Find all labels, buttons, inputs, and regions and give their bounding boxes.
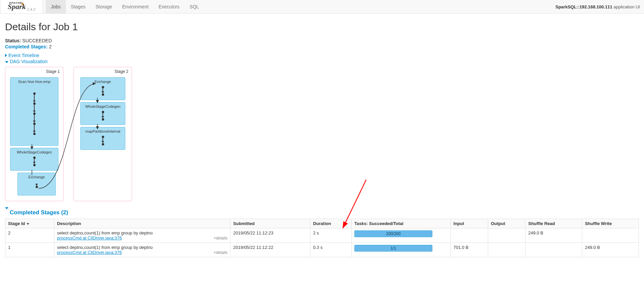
th-submitted[interactable]: Submitted bbox=[230, 219, 310, 228]
dag-op-wsc1: WholeStageCodegen bbox=[10, 148, 58, 171]
tab-storage[interactable]: Storage bbox=[90, 0, 117, 13]
dag-op-exchange1: Exchange bbox=[17, 173, 56, 195]
tab-environment[interactable]: Environment bbox=[117, 0, 154, 13]
sort-desc-icon bbox=[27, 223, 29, 225]
details-toggle[interactable]: +details bbox=[214, 250, 228, 255]
th-stage-id[interactable]: Stage Id bbox=[5, 219, 54, 228]
completed-stages-header[interactable]: Completed Stages (2) bbox=[5, 209, 639, 216]
cell-submitted: 2019/05/22 11:12:23 bbox=[230, 228, 310, 243]
page-content: Details for Job 1 Status: SUCCEEDED Comp… bbox=[0, 14, 644, 261]
cell-stage-id: 1 bbox=[5, 243, 54, 257]
svg-line-4 bbox=[343, 180, 366, 228]
task-progress-bar: 1/1 bbox=[354, 245, 432, 252]
tab-jobs[interactable]: Jobs bbox=[46, 0, 66, 13]
cell-description: select deptno,count(1) from emp group by… bbox=[54, 228, 230, 243]
tab-sql[interactable]: SQL bbox=[184, 0, 204, 13]
caret-down-icon bbox=[5, 207, 8, 216]
dag-stage-2-label: Stage 2 bbox=[76, 69, 130, 75]
completed-stages-value: 2 bbox=[49, 44, 52, 49]
tab-stages[interactable]: Stages bbox=[66, 0, 91, 13]
dag-op-exchange2: Exchange bbox=[80, 77, 125, 100]
th-input[interactable]: Input bbox=[450, 219, 488, 228]
tab-executors[interactable]: Executors bbox=[154, 0, 184, 13]
status-value: SUCCEEDED bbox=[22, 38, 52, 43]
dag-stage-2: Stage 2 Exchange WholeStageCodegen mapPa… bbox=[74, 67, 132, 201]
brand-version: 2.4.2 bbox=[27, 7, 35, 13]
dag-op-mappartitions: mapPartitionsInternal bbox=[80, 127, 125, 150]
cell-shuffle-read: 249.0 B bbox=[525, 228, 582, 243]
cell-duration: 0.3 s bbox=[310, 243, 351, 257]
spark-star-icon: ✦ bbox=[20, 1, 25, 7]
completed-stages-table: Stage Id Description Submitted Duration … bbox=[5, 219, 639, 257]
table-header-row: Stage Id Description Submitted Duration … bbox=[5, 219, 639, 228]
app-title-suffix: application UI bbox=[612, 4, 640, 9]
status-label: Status: bbox=[5, 38, 21, 43]
app-title: SparkSQL::192.168.100.111 application UI bbox=[556, 4, 640, 9]
dag-visualization: Stage 1 Scan hive hive.emp WholeStageCod… bbox=[5, 67, 639, 201]
cell-shuffle-write: 249.0 B bbox=[582, 243, 639, 257]
caret-right-icon bbox=[5, 54, 7, 57]
details-toggle[interactable]: +details bbox=[214, 236, 228, 240]
dag-visualization-toggle[interactable]: DAG Visualization bbox=[5, 59, 639, 64]
completed-stages-link[interactable]: Completed Stages: bbox=[5, 44, 49, 49]
cell-input bbox=[450, 228, 488, 243]
th-output[interactable]: Output bbox=[488, 219, 525, 228]
th-shuffle-read[interactable]: Shuffle Read bbox=[525, 219, 582, 228]
nav-tabs: Jobs Stages Storage Environment Executor… bbox=[46, 0, 204, 13]
cell-submitted: 2019/05/22 11:12:22 bbox=[230, 243, 310, 257]
cell-stage-id: 2 bbox=[5, 228, 54, 243]
dag-stage-1-label: Stage 1 bbox=[7, 69, 61, 75]
app-title-strong: SparkSQL::192.168.100.111 bbox=[556, 4, 612, 9]
stage-desc-link[interactable]: processCmd at CliDriver.java:376 bbox=[57, 235, 122, 240]
dag-op-wsc2: WholeStageCodegen bbox=[80, 102, 125, 125]
annotation-arrow-icon bbox=[339, 178, 370, 232]
job-summary: Status: SUCCEEDED Completed Stages: 2 bbox=[5, 38, 639, 49]
dag-op-scan: Scan hive hive.emp bbox=[10, 77, 58, 146]
table-row: 1 select deptno,count(1) from emp group … bbox=[5, 243, 639, 257]
brand-logo[interactable]: APACHE ✦ Spark 2.4.2 bbox=[0, 0, 43, 14]
cell-tasks: 1/1 bbox=[351, 243, 450, 257]
page-title: Details for Job 1 bbox=[5, 21, 639, 33]
dag-stage-1: Stage 1 Scan hive hive.emp WholeStageCod… bbox=[5, 67, 63, 201]
cell-input: 701.0 B bbox=[450, 243, 488, 257]
stage-desc-link[interactable]: processCmd at CliDriver.java:376 bbox=[57, 250, 122, 255]
cell-output bbox=[488, 228, 525, 243]
th-description[interactable]: Description bbox=[54, 219, 230, 228]
table-row: 2 select deptno,count(1) from emp group … bbox=[5, 228, 639, 243]
th-shuffle-write[interactable]: Shuffle Write bbox=[582, 219, 639, 228]
event-timeline-toggle[interactable]: Event Timeline bbox=[5, 53, 639, 58]
cell-shuffle-write bbox=[582, 228, 639, 243]
caret-down-icon bbox=[5, 61, 8, 63]
cell-output bbox=[488, 243, 525, 257]
cell-shuffle-read bbox=[525, 243, 582, 257]
navbar: APACHE ✦ Spark 2.4.2 Jobs Stages Storage… bbox=[0, 0, 644, 14]
cell-description: select deptno,count(1) from emp group by… bbox=[54, 243, 230, 257]
